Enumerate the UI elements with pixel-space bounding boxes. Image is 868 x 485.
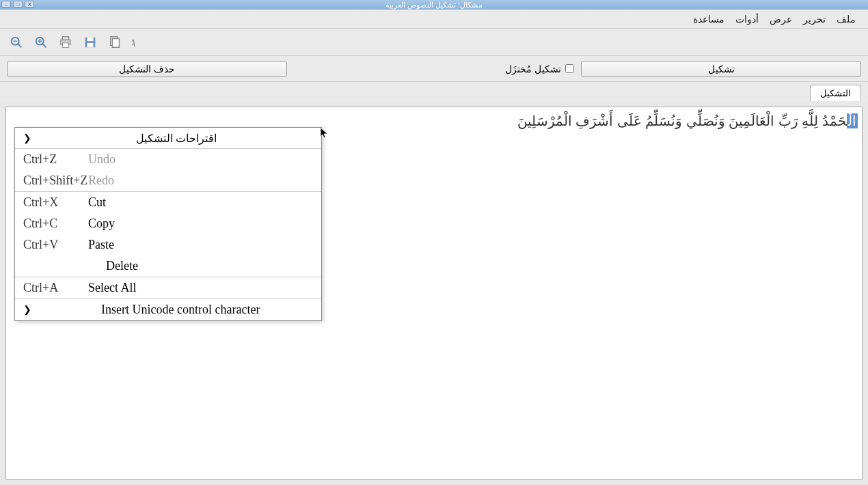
context-menu: ❯ اقتراحات التشكيل Ctrl+ZUndo Ctrl+Shift… (14, 127, 322, 321)
delete-tashkeel-button[interactable]: حذف التشكيل (7, 61, 287, 77)
ctx-delete[interactable]: Delete (15, 255, 321, 277)
font-icon[interactable]: A (130, 33, 149, 52)
reduced-tashkeel-label: تشكيل مُختزَل (505, 64, 561, 74)
menu-view[interactable]: عرض (764, 11, 798, 27)
svg-text:A: A (132, 37, 136, 48)
window-controls: ✕ □ – (1, 1, 34, 8)
menu-edit[interactable]: تحرير (798, 11, 831, 27)
minimize-window-button[interactable]: – (1, 1, 11, 8)
menu-help[interactable]: مساعدة (688, 11, 730, 27)
window-title: مشكال: تشكيل النصوص العربية (385, 1, 483, 10)
ctx-cut[interactable]: Ctrl+XCut (15, 192, 321, 213)
menubar: ملف تحرير عرض أدوات مساعدة (0, 10, 868, 29)
ctx-tashkeel-suggestions[interactable]: ❯ اقتراحات التشكيل (15, 128, 321, 148)
svg-line-14 (18, 43, 22, 47)
maximize-window-button[interactable]: □ (13, 1, 23, 8)
button-row: تشكيل تشكيل مُختزَل حذف التشكيل (0, 56, 868, 82)
ctx-insert-unicode[interactable]: ❯ Insert Unicode control character (15, 299, 321, 320)
svg-rect-2 (112, 38, 119, 47)
ctx-cut-shortcut: Ctrl+X (23, 195, 88, 210)
chevron-left-icon: ❯ (23, 133, 34, 144)
ctx-redo[interactable]: Ctrl+Shift+ZRedo (15, 170, 321, 191)
svg-rect-6 (62, 36, 68, 40)
ctx-select-all-shortcut: Ctrl+A (23, 281, 88, 295)
zoom-out-icon[interactable] (7, 33, 26, 52)
svg-rect-5 (87, 42, 93, 46)
ctx-undo[interactable]: Ctrl+ZUndo (15, 149, 321, 170)
ctx-select-all[interactable]: Ctrl+ASelect All (15, 277, 321, 299)
svg-rect-4 (87, 37, 93, 41)
chevron-left-icon: ❯ (23, 304, 34, 316)
tab-tashkeel[interactable]: التشكيل (810, 85, 861, 101)
reduced-tashkeel-checkbox[interactable]: تشكيل مُختزَل (505, 64, 574, 74)
ctx-copy[interactable]: Ctrl+CCopy (15, 213, 321, 234)
ctx-undo-label: Undo (88, 152, 116, 167)
menu-tools[interactable]: أدوات (730, 11, 764, 27)
svg-rect-8 (62, 42, 68, 46)
rest-text: حَمْدُ لِلَّهِ رَبِّ الْعَالَمِينَ وَنُص… (517, 113, 847, 128)
zoom-in-icon[interactable] (31, 33, 51, 52)
tashkeel-button[interactable]: تشكيل (581, 61, 861, 77)
ctx-copy-shortcut: Ctrl+C (23, 217, 88, 231)
save-icon[interactable] (81, 33, 100, 52)
ctx-copy-label: Copy (88, 217, 115, 231)
ctx-cut-label: Cut (88, 195, 106, 210)
ctx-select-all-label: Select All (88, 281, 137, 295)
ctx-paste-label: Paste (88, 238, 114, 252)
reduced-tashkeel-input[interactable] (565, 64, 574, 73)
titlebar: ✕ □ – مشكال: تشكيل النصوص العربية (0, 0, 868, 10)
svg-line-10 (42, 43, 46, 47)
selected-text: الْ (847, 113, 858, 128)
close-window-button[interactable]: ✕ (25, 1, 34, 8)
print-icon[interactable] (56, 33, 75, 52)
mouse-cursor-icon (320, 127, 329, 139)
ctx-undo-shortcut: Ctrl+Z (23, 152, 88, 167)
copy-icon[interactable] (105, 33, 124, 52)
tab-row: التشكيل (0, 82, 868, 101)
ctx-paste[interactable]: Ctrl+VPaste (15, 234, 321, 255)
menu-file[interactable]: ملف (831, 11, 861, 27)
ctx-delete-label: Delete (88, 259, 138, 273)
ctx-paste-shortcut: Ctrl+V (23, 238, 88, 252)
ctx-redo-shortcut: Ctrl+Shift+Z (23, 174, 88, 188)
toolbar: A (0, 29, 868, 56)
ctx-tashkeel-suggestions-label: اقتراحات التشكيل (40, 132, 313, 145)
ctx-insert-unicode-label: Insert Unicode control character (40, 303, 260, 317)
ctx-redo-label: Redo (88, 174, 114, 188)
